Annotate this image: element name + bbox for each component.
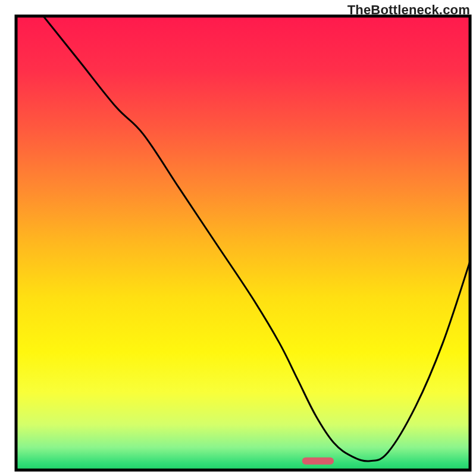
gradient-background — [16, 16, 470, 470]
optimal-marker — [302, 458, 334, 465]
bottleneck-chart — [0, 0, 476, 476]
watermark-text: TheBottleneck.com — [347, 2, 470, 18]
chart-container: TheBottleneck.com — [0, 0, 476, 476]
